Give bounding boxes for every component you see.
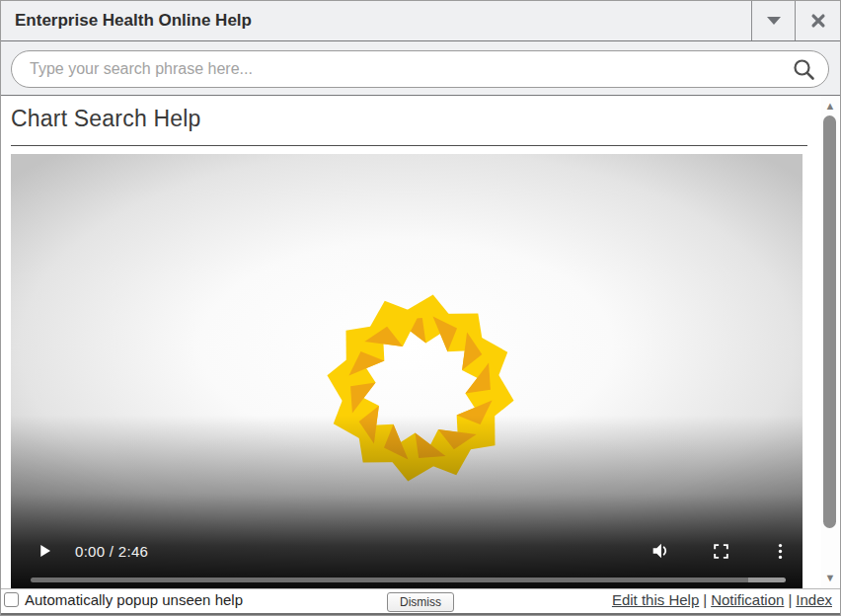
video-time: 0:00 / 2:46 [75,543,148,560]
heading-underline: Chart Search Help [11,106,807,146]
dismiss-button[interactable]: Dismiss [387,592,454,612]
help-dialog: Enterprise Health Online Help Chart Sear… [0,0,841,616]
search-section [1,41,840,96]
search-pill [11,50,829,88]
notification-link[interactable]: Notification [711,591,784,608]
play-icon [36,542,53,560]
page-title: Chart Search Help [11,106,807,132]
link-separator: | [784,591,796,608]
fullscreen-button[interactable] [712,542,730,561]
edit-help-link[interactable]: Edit this Help [612,591,699,608]
sunflower-logo [322,289,519,487]
search-icon[interactable] [791,56,816,82]
close-icon [809,12,827,30]
auto-popup-option[interactable]: Automatically popup unseen help [4,591,243,608]
auto-popup-checkbox[interactable] [4,592,19,607]
titlebar: Enterprise Health Online Help [1,1,840,41]
link-separator: | [699,591,711,608]
close-button[interactable] [795,1,840,40]
scroll-up-arrow[interactable]: ▲ [821,99,839,113]
dialog-title: Enterprise Health Online Help [15,1,252,40]
volume-icon [650,540,671,562]
video-controls: 0:00 / 2:46 [11,539,803,563]
video-player[interactable]: 0:00 / 2:46 [11,154,803,589]
scrollbar[interactable]: ▲ ▼ [821,96,839,590]
footer-links: Edit this Help|Notification|Index [612,591,832,608]
chevron-down-icon [767,17,781,25]
scroll-down-arrow[interactable]: ▼ [821,571,839,584]
search-input[interactable] [30,60,791,78]
collapse-button[interactable] [751,1,795,40]
vertical-dots-icon [771,542,790,561]
bottom-bar: Automatically popup unseen help Dismiss … [1,588,840,615]
auto-popup-label: Automatically popup unseen help [25,591,243,608]
video-progress-bar[interactable] [31,578,786,582]
overflow-menu-button[interactable] [771,542,790,561]
index-link[interactable]: Index [796,591,832,608]
scrollbar-thumb[interactable] [823,116,836,528]
fullscreen-icon [712,542,730,561]
volume-button[interactable] [650,540,671,562]
play-button[interactable] [36,542,53,560]
help-content: Chart Search Help [1,96,823,590]
